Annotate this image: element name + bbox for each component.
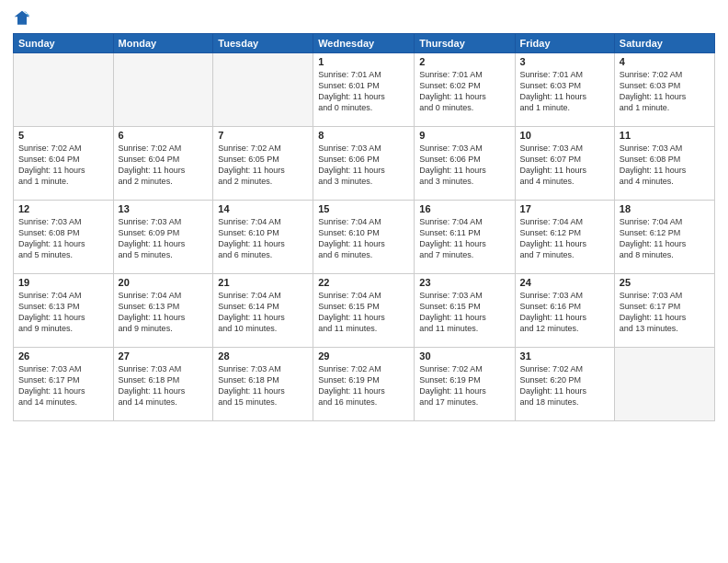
day-number: 14: [218, 203, 308, 214]
day-info: Sunrise: 7:02 AM Sunset: 6:19 PM Dayligh…: [318, 363, 409, 408]
day-number: 1: [318, 56, 409, 67]
calendar-cell: 10Sunrise: 7:03 AM Sunset: 6:07 PM Dayli…: [515, 127, 614, 201]
calendar-cell: 13Sunrise: 7:03 AM Sunset: 6:09 PM Dayli…: [113, 201, 213, 274]
day-info: Sunrise: 7:01 AM Sunset: 6:03 PM Dayligh…: [520, 69, 609, 114]
page: SundayMondayTuesdayWednesdayThursdayFrid…: [0, 0, 728, 563]
day-info: Sunrise: 7:03 AM Sunset: 6:16 PM Dayligh…: [520, 290, 609, 335]
day-info: Sunrise: 7:03 AM Sunset: 6:08 PM Dayligh…: [620, 143, 710, 188]
calendar-cell: 5Sunrise: 7:02 AM Sunset: 6:04 PM Daylig…: [14, 127, 114, 201]
day-info: Sunrise: 7:03 AM Sunset: 6:08 PM Dayligh…: [18, 216, 108, 261]
day-number: 15: [318, 203, 409, 214]
day-info: Sunrise: 7:02 AM Sunset: 6:19 PM Dayligh…: [419, 363, 509, 408]
calendar-cell: 9Sunrise: 7:03 AM Sunset: 6:06 PM Daylig…: [415, 127, 515, 201]
calendar-cell: 1Sunrise: 7:01 AM Sunset: 6:01 PM Daylig…: [313, 53, 415, 127]
calendar-cell: 14Sunrise: 7:04 AM Sunset: 6:10 PM Dayli…: [213, 201, 313, 274]
day-info: Sunrise: 7:04 AM Sunset: 6:15 PM Dayligh…: [318, 290, 409, 335]
day-info: Sunrise: 7:02 AM Sunset: 6:04 PM Dayligh…: [119, 143, 209, 188]
calendar-cell: [614, 348, 714, 421]
day-info: Sunrise: 7:04 AM Sunset: 6:13 PM Dayligh…: [119, 290, 209, 335]
calendar-cell: 19Sunrise: 7:04 AM Sunset: 6:13 PM Dayli…: [14, 274, 114, 348]
calendar-cell: 29Sunrise: 7:02 AM Sunset: 6:19 PM Dayli…: [313, 348, 415, 421]
calendar-cell: 26Sunrise: 7:03 AM Sunset: 6:17 PM Dayli…: [14, 348, 114, 421]
day-number: 28: [218, 350, 308, 362]
day-info: Sunrise: 7:03 AM Sunset: 6:06 PM Dayligh…: [419, 143, 509, 188]
calendar-cell: 27Sunrise: 7:03 AM Sunset: 6:18 PM Dayli…: [113, 348, 213, 421]
calendar-cell: [14, 53, 114, 127]
calendar-week-2: 5Sunrise: 7:02 AM Sunset: 6:04 PM Daylig…: [14, 127, 715, 201]
logo: [13, 9, 35, 28]
svg-marker-0: [15, 11, 30, 25]
calendar-cell: [213, 53, 313, 127]
day-number: 24: [520, 277, 609, 288]
calendar-header-friday: Friday: [515, 34, 614, 53]
day-number: 22: [318, 277, 409, 288]
day-number: 9: [419, 130, 509, 141]
day-number: 27: [119, 350, 209, 362]
day-number: 5: [18, 130, 108, 141]
calendar-cell: 8Sunrise: 7:03 AM Sunset: 6:06 PM Daylig…: [313, 127, 415, 201]
day-number: 17: [520, 203, 609, 214]
day-info: Sunrise: 7:02 AM Sunset: 6:03 PM Dayligh…: [620, 69, 710, 114]
day-number: 26: [18, 350, 108, 362]
day-number: 23: [419, 277, 509, 288]
calendar-header-monday: Monday: [113, 34, 213, 53]
calendar-header-saturday: Saturday: [614, 34, 714, 53]
day-info: Sunrise: 7:03 AM Sunset: 6:06 PM Dayligh…: [318, 143, 409, 188]
calendar-cell: 15Sunrise: 7:04 AM Sunset: 6:10 PM Dayli…: [313, 201, 415, 274]
day-number: 3: [520, 56, 609, 67]
calendar-cell: 24Sunrise: 7:03 AM Sunset: 6:16 PM Dayli…: [515, 274, 614, 348]
day-info: Sunrise: 7:04 AM Sunset: 6:12 PM Dayligh…: [620, 216, 710, 261]
day-info: Sunrise: 7:03 AM Sunset: 6:09 PM Dayligh…: [119, 216, 209, 261]
day-info: Sunrise: 7:02 AM Sunset: 6:05 PM Dayligh…: [218, 143, 308, 188]
calendar-cell: 18Sunrise: 7:04 AM Sunset: 6:12 PM Dayli…: [614, 201, 714, 274]
day-info: Sunrise: 7:04 AM Sunset: 6:11 PM Dayligh…: [419, 216, 509, 261]
day-info: Sunrise: 7:04 AM Sunset: 6:14 PM Dayligh…: [218, 290, 308, 335]
day-number: 20: [119, 277, 209, 288]
day-number: 25: [620, 277, 710, 288]
calendar-week-3: 12Sunrise: 7:03 AM Sunset: 6:08 PM Dayli…: [14, 201, 715, 274]
day-info: Sunrise: 7:02 AM Sunset: 6:04 PM Dayligh…: [18, 143, 108, 188]
calendar-cell: 21Sunrise: 7:04 AM Sunset: 6:14 PM Dayli…: [213, 274, 313, 348]
day-number: 7: [218, 130, 308, 141]
day-info: Sunrise: 7:04 AM Sunset: 6:12 PM Dayligh…: [520, 216, 609, 261]
day-info: Sunrise: 7:03 AM Sunset: 6:17 PM Dayligh…: [620, 290, 710, 335]
day-number: 18: [620, 203, 710, 214]
calendar-cell: 28Sunrise: 7:03 AM Sunset: 6:18 PM Dayli…: [213, 348, 313, 421]
day-info: Sunrise: 7:03 AM Sunset: 6:17 PM Dayligh…: [18, 363, 108, 408]
calendar-header-row: SundayMondayTuesdayWednesdayThursdayFrid…: [14, 34, 715, 53]
calendar-week-1: 1Sunrise: 7:01 AM Sunset: 6:01 PM Daylig…: [14, 53, 715, 127]
calendar-week-4: 19Sunrise: 7:04 AM Sunset: 6:13 PM Dayli…: [14, 274, 715, 348]
day-number: 2: [419, 56, 509, 67]
calendar-table: SundayMondayTuesdayWednesdayThursdayFrid…: [13, 33, 715, 421]
day-number: 19: [18, 277, 108, 288]
calendar-cell: 12Sunrise: 7:03 AM Sunset: 6:08 PM Dayli…: [14, 201, 114, 274]
day-number: 10: [520, 130, 609, 141]
calendar-cell: 22Sunrise: 7:04 AM Sunset: 6:15 PM Dayli…: [313, 274, 415, 348]
calendar-cell: 3Sunrise: 7:01 AM Sunset: 6:03 PM Daylig…: [515, 53, 614, 127]
calendar-header-tuesday: Tuesday: [213, 34, 313, 53]
day-info: Sunrise: 7:03 AM Sunset: 6:15 PM Dayligh…: [419, 290, 509, 335]
calendar-cell: 25Sunrise: 7:03 AM Sunset: 6:17 PM Dayli…: [614, 274, 714, 348]
calendar-header-sunday: Sunday: [14, 34, 114, 53]
day-number: 4: [620, 56, 710, 67]
calendar-cell: 6Sunrise: 7:02 AM Sunset: 6:04 PM Daylig…: [113, 127, 213, 201]
calendar-cell: 31Sunrise: 7:02 AM Sunset: 6:20 PM Dayli…: [515, 348, 614, 421]
day-number: 11: [620, 130, 710, 141]
day-info: Sunrise: 7:04 AM Sunset: 6:10 PM Dayligh…: [218, 216, 308, 261]
day-info: Sunrise: 7:04 AM Sunset: 6:13 PM Dayligh…: [18, 290, 108, 335]
day-info: Sunrise: 7:02 AM Sunset: 6:20 PM Dayligh…: [520, 363, 609, 408]
day-number: 30: [419, 350, 509, 362]
day-info: Sunrise: 7:01 AM Sunset: 6:02 PM Dayligh…: [419, 69, 509, 114]
logo-icon: [13, 9, 31, 28]
calendar-header-thursday: Thursday: [415, 34, 515, 53]
day-info: Sunrise: 7:03 AM Sunset: 6:18 PM Dayligh…: [119, 363, 209, 408]
day-info: Sunrise: 7:03 AM Sunset: 6:07 PM Dayligh…: [520, 143, 609, 188]
calendar-header-wednesday: Wednesday: [313, 34, 415, 53]
calendar-cell: 2Sunrise: 7:01 AM Sunset: 6:02 PM Daylig…: [415, 53, 515, 127]
day-number: 29: [318, 350, 409, 362]
day-number: 31: [520, 350, 609, 362]
calendar-cell: 4Sunrise: 7:02 AM Sunset: 6:03 PM Daylig…: [614, 53, 714, 127]
day-number: 12: [18, 203, 108, 214]
day-info: Sunrise: 7:03 AM Sunset: 6:18 PM Dayligh…: [218, 363, 308, 408]
calendar-cell: 16Sunrise: 7:04 AM Sunset: 6:11 PM Dayli…: [415, 201, 515, 274]
